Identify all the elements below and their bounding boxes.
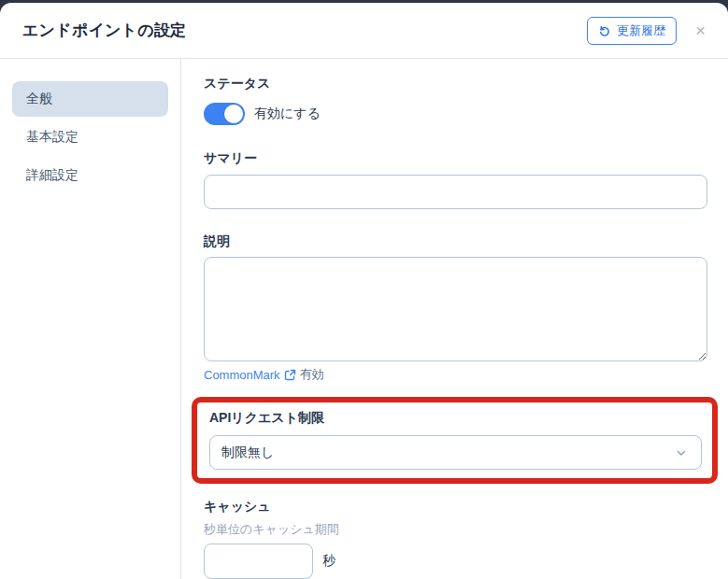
description-label: 説明 — [204, 233, 707, 250]
chevron-down-icon — [675, 446, 688, 459]
cache-unit-label: 秒 — [322, 553, 335, 570]
modal-body: 全般 基本設定 詳細設定 ステータス 有効にする — [0, 59, 728, 579]
status-section: ステータス 有効にする — [204, 76, 707, 125]
status-label: ステータス — [204, 76, 707, 92]
settings-sidebar: 全般 基本設定 詳細設定 — [0, 59, 181, 579]
description-hint: CommonMark 有効 — [204, 366, 707, 383]
description-textarea[interactable] — [204, 257, 707, 361]
commonmark-link-label: CommonMark — [204, 368, 280, 382]
toggle-knob — [224, 105, 243, 123]
status-toggle-label: 有効にする — [254, 106, 321, 122]
description-hint-suffix: 有効 — [300, 366, 324, 383]
undo-history-icon — [598, 24, 611, 37]
sidebar-item-label: 全般 — [26, 91, 52, 106]
sidebar-item-advanced-settings[interactable]: 詳細設定 — [12, 158, 168, 193]
settings-form: ステータス 有効にする サマリー 説明 CommonM — [181, 59, 728, 579]
api-limit-label: APIリクエスト制限 — [209, 410, 702, 427]
description-section: 説明 CommonMark 有効 — [204, 233, 707, 383]
modal-title: エンドポイントの設定 — [22, 20, 186, 41]
api-limit-highlight: APIリクエスト制限 制限無し — [192, 397, 718, 484]
api-limit-select[interactable]: 制限無し — [209, 435, 702, 470]
summary-section: サマリー — [204, 150, 707, 209]
status-toggle[interactable] — [204, 103, 245, 125]
close-icon[interactable]: × — [690, 20, 711, 41]
header-actions: 更新履歴 × — [587, 17, 711, 45]
sidebar-item-basic-settings[interactable]: 基本設定 — [12, 120, 168, 155]
summary-label: サマリー — [204, 150, 707, 167]
modal-header: エンドポイントの設定 更新履歴 × — [0, 3, 728, 59]
api-limit-selected-option: 制限無し — [221, 445, 274, 461]
external-link-icon — [284, 369, 296, 381]
sidebar-item-label: 基本設定 — [26, 129, 79, 144]
cache-section: キャッシュ 秒単位のキャッシュ期間 秒 — [204, 499, 707, 579]
endpoint-settings-modal: エンドポイントの設定 更新履歴 × 全般 基本設定 — [0, 3, 728, 579]
cache-hint: 秒単位のキャッシュ期間 — [204, 521, 707, 538]
sidebar-item-label: 詳細設定 — [26, 167, 79, 182]
update-history-button[interactable]: 更新履歴 — [587, 17, 677, 45]
commonmark-link[interactable]: CommonMark — [204, 368, 296, 382]
cache-duration-input[interactable] — [204, 544, 313, 579]
sidebar-item-general[interactable]: 全般 — [12, 81, 168, 117]
summary-input[interactable] — [204, 175, 707, 209]
update-history-label: 更新履歴 — [617, 22, 665, 39]
cache-label: キャッシュ — [204, 499, 707, 515]
